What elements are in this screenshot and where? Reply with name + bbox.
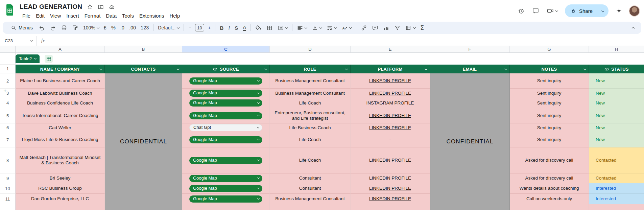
column-header-contacts[interactable]: CONTACTS <box>105 65 182 73</box>
menu-insert[interactable]: Insert <box>64 12 82 19</box>
name-cell[interactable]: Dave Labowitz Business Coach <box>16 89 105 98</box>
header-chevron-icon[interactable] <box>177 67 180 70</box>
notes-cell[interactable] <box>510 204 589 210</box>
notes-cell[interactable]: Sent inquiry <box>510 73 589 89</box>
column-letter-a[interactable]: A <box>16 46 105 52</box>
italic-button[interactable]: I <box>226 24 232 32</box>
status-cell[interactable]: Interested <box>589 183 644 194</box>
row-number[interactable]: 4 <box>0 98 16 108</box>
name-cell[interactable]: Lloyd Moss Life & Business Coaching <box>16 132 105 147</box>
move-folder-icon[interactable] <box>98 4 104 10</box>
column-header-role[interactable]: ROLE <box>270 65 351 73</box>
status-cell[interactable]: Contacted <box>589 147 644 173</box>
avatar[interactable] <box>629 5 640 17</box>
functions-button[interactable]: Σ <box>418 23 426 32</box>
platform-cell[interactable]: LINKEDIN PROFILE <box>351 147 430 173</box>
platform-link[interactable]: LINKEDIN PROFILE <box>369 113 411 118</box>
header-chevron-icon[interactable] <box>99 67 102 70</box>
font-select[interactable]: Defaul... <box>156 24 182 32</box>
contacts-cell[interactable] <box>105 89 182 98</box>
platform-link[interactable]: LINKEDIN PROFILE <box>369 158 411 163</box>
status-cell[interactable] <box>589 204 644 210</box>
notes-cell[interactable]: Call on weekends only <box>510 194 589 204</box>
platform-link[interactable]: LINKEDIN PROFILE <box>369 91 411 96</box>
role-cell[interactable]: Life Coach <box>270 98 351 108</box>
notes-cell[interactable]: Asked for discovery call <box>510 173 589 183</box>
email-cell[interactable] <box>430 194 510 204</box>
collapse-toolbar-button[interactable] <box>628 25 637 31</box>
number-format-button[interactable]: 123 <box>138 24 151 32</box>
header-chevron-icon[interactable] <box>264 67 267 70</box>
platform-cell[interactable]: LINKEDIN PROFILE <box>351 173 430 183</box>
redo-button[interactable] <box>47 23 58 32</box>
notes-cell[interactable]: Sent inquiry <box>510 123 589 132</box>
sheets-logo[interactable] <box>5 3 16 17</box>
source-dropdown-chip[interactable]: Google Map <box>189 175 262 182</box>
insert-row-button[interactable]: + <box>3 88 7 94</box>
paint-format-button[interactable] <box>70 23 81 32</box>
source-dropdown-chip[interactable]: Google Map <box>189 112 262 119</box>
status-cell[interactable]: New <box>589 132 644 147</box>
column-header-platform[interactable]: PLATFORM <box>351 65 430 73</box>
text-rotation-button[interactable]: A <box>339 23 354 32</box>
email-cell[interactable] <box>430 183 510 194</box>
platform-link[interactable]: LINKEDIN PROFILE <box>369 196 411 202</box>
row-number[interactable]: 3 <box>0 89 16 98</box>
platform-link[interactable]: LINKEDIN PROFILE <box>369 78 411 84</box>
row-number[interactable] <box>0 204 16 210</box>
table-name-chip[interactable]: Table2 <box>16 54 40 63</box>
menu-file[interactable]: File <box>20 12 33 19</box>
column-letter-b[interactable]: B <box>105 46 182 52</box>
platform-link[interactable]: LINKEDIN PROFILE <box>369 186 411 191</box>
role-cell[interactable]: Consultant <box>270 183 351 194</box>
role-cell[interactable]: Business Management Consultant <box>270 73 351 89</box>
row-number[interactable]: 7 <box>0 132 16 147</box>
source-dropdown-chip[interactable]: Google Map <box>189 185 262 192</box>
notes-cell[interactable]: Wants details about coaching <box>510 183 589 194</box>
menu-edit[interactable]: Edit <box>33 12 47 19</box>
contacts-cell[interactable] <box>105 123 182 132</box>
platform-cell[interactable]: LINKEDIN PROFILE <box>351 108 430 123</box>
insert-chart-button[interactable] <box>381 23 392 32</box>
table-options-icon[interactable] <box>45 55 53 63</box>
source-dropdown-chip[interactable]: Google Map <box>189 99 262 107</box>
platform-cell[interactable]: LINKEDIN PROFILE <box>351 123 430 132</box>
row-number[interactable]: 2 <box>0 73 16 89</box>
font-size-input[interactable]: 10 <box>195 24 204 31</box>
currency-format-button[interactable]: £ <box>101 24 109 32</box>
platform-cell[interactable]: LINKEDIN PROFILE <box>351 89 430 98</box>
column-letter-e[interactable]: E <box>351 46 430 52</box>
doc-title[interactable]: LEAD GENERATION <box>20 3 82 10</box>
horizontal-align-button[interactable] <box>294 23 309 32</box>
menu-data[interactable]: Data <box>103 12 119 19</box>
status-cell[interactable]: New <box>589 108 644 123</box>
column-header-email[interactable]: EMAIL <box>430 65 510 73</box>
source-cell[interactable]: Google Map <box>182 147 270 173</box>
zoom-select[interactable]: 100% <box>81 24 101 32</box>
formula-input[interactable] <box>49 36 644 46</box>
insert-link-button[interactable] <box>358 23 369 32</box>
menu-extensions[interactable]: Extensions <box>137 12 167 19</box>
column-header-name-company[interactable]: NAME / COMPANY <box>16 65 105 73</box>
header-chevron-icon[interactable] <box>583 67 586 70</box>
role-cell[interactable]: Business Management Consultant <box>270 194 351 204</box>
insert-comment-button[interactable] <box>369 23 381 32</box>
status-cell[interactable]: New <box>589 89 644 98</box>
source-dropdown-chip[interactable]: Chat Gpt <box>189 124 262 131</box>
column-letter-h[interactable]: H <box>589 46 644 52</box>
notes-cell[interactable]: Sent inquiry <box>510 132 589 147</box>
role-cell[interactable]: Business Management Consultant <box>270 89 351 98</box>
menu-help[interactable]: Help <box>167 12 183 19</box>
share-button[interactable]: Share <box>565 4 609 17</box>
notes-cell[interactable]: Sent inquiry <box>510 89 589 98</box>
platform-cell[interactable]: LINKEDIN PROFILE <box>351 194 430 204</box>
text-color-button[interactable]: A <box>240 24 248 32</box>
platform-cell[interactable]: INSTAGRAM PROFILE <box>351 98 430 108</box>
name-box[interactable]: C23 <box>0 36 37 46</box>
star-icon[interactable] <box>87 4 93 10</box>
status-cell[interactable]: New <box>589 123 644 132</box>
platform-cell[interactable] <box>351 204 430 210</box>
role-cell[interactable]: Life Coach <box>270 147 351 173</box>
create-filter-button[interactable] <box>392 23 403 32</box>
name-cell[interactable]: Elaine Lou Business and Career Coach <box>16 73 105 89</box>
